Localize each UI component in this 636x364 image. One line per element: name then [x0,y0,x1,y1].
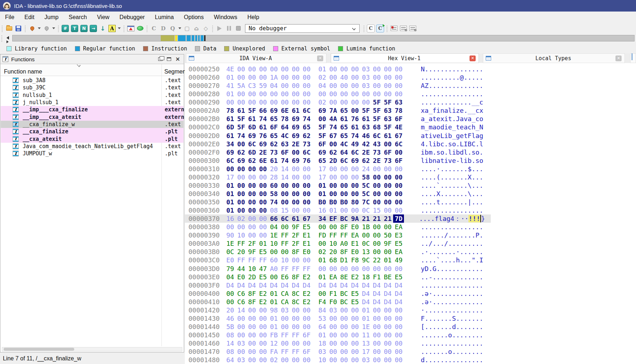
hex-byte[interactable]: 00 [248,181,259,190]
hex-byte[interactable]: D4 [395,289,405,298]
struct-d-button[interactable]: D [159,24,168,33]
hex-byte[interactable]: 00 [303,314,313,323]
hex-byte[interactable]: EF [329,214,340,223]
hex-row[interactable]: 000003800000000004009FE500008FE01B0000EA… [185,223,636,231]
hex-ascii[interactable]: libnative-lib.so [421,157,483,164]
hex-byte[interactable]: B0 [318,198,329,206]
struct-box-button[interactable]: ▢ [183,24,191,33]
hex-byte[interactable]: 6C [395,140,405,148]
hex-byte[interactable]: 00 [395,165,405,173]
hex-row[interactable]: 000002C06D5F6D616F6469655F74656163685F4E… [185,123,636,131]
hex-byte[interactable]: FF [340,231,351,239]
hex-row[interactable]: 000003D079441047A0FFFFFF0000000000000000… [185,265,636,273]
hex-row[interactable]: 000002A078615F66696E616C697A65005F5F6378… [185,106,636,115]
hex-byte[interactable]: E1 [351,239,362,248]
hex-byte[interactable]: CA [281,298,292,306]
menu-item-file[interactable]: File [0,12,19,23]
hex-byte[interactable]: 65 [303,123,313,131]
hex-byte[interactable]: 00 [270,65,281,73]
hex-byte[interactable]: 00 [248,98,259,106]
hex-byte[interactable]: FB [270,331,281,339]
menu-item-view[interactable]: View [92,12,114,23]
hex-byte[interactable]: 00 [292,148,303,156]
hex-byte[interactable]: FF [329,231,340,239]
hex-byte[interactable]: 00 [373,323,384,331]
jump-address-button[interactable]: # [61,24,70,33]
hex-byte[interactable]: E5 [303,223,313,231]
hex-byte[interactable]: 00 [340,331,351,339]
hex-byte[interactable]: 00 [384,314,395,323]
hex-byte[interactable]: 00 [329,98,340,106]
hex-byte[interactable]: 00 [362,265,373,273]
chevron-down-icon[interactable] [178,27,181,29]
hex-byte[interactable]: D4 [362,281,373,289]
hex-byte[interactable]: 69 [351,156,362,165]
hex-byte[interactable]: 5F [373,98,384,106]
hex-byte[interactable]: 63 [281,140,292,148]
hex-byte[interactable]: 01 [226,73,237,81]
hex-byte[interactable]: 00 [281,323,292,331]
hex-byte[interactable]: 00 [303,190,313,198]
hex-byte[interactable]: 00 [292,73,303,81]
hex-row[interactable]: 00000290000000000000000002000000005F5F63… [185,98,636,106]
hex-byte[interactable]: 61 [292,214,303,223]
hex-byte[interactable]: 00 [281,190,292,198]
hex-byte[interactable]: 61 [226,132,237,140]
hex-byte[interactable]: 65 [340,123,351,131]
hex-byte[interactable]: D4 [340,281,351,289]
hex-byte[interactable]: 6F [395,156,405,165]
hex-byte[interactable]: 8C [292,298,303,306]
hex-byte[interactable]: 00 [373,347,384,356]
hex-byte[interactable]: 00 [237,323,248,331]
hex-byte[interactable]: 00 [281,98,292,106]
hex-byte[interactable]: EA [351,231,362,239]
hex-byte[interactable]: 01 [270,289,281,298]
hex-ascii[interactable]: d............... [421,356,483,364]
hex-byte[interactable]: 64 [318,323,329,331]
hex-byte[interactable]: 00 [303,256,313,264]
hex-ascii[interactable]: ....../.......P. [421,231,483,239]
hex-row[interactable]: 00000260010000001A0000000200400003000000… [185,73,636,81]
hex-byte[interactable]: B0 [329,198,340,206]
hex-byte[interactable]: 62 [270,140,281,148]
hex-byte[interactable]: D4 [373,298,384,306]
hex-byte[interactable]: 00 [270,273,281,281]
hex-byte[interactable]: 73 [384,156,395,165]
hex-byte[interactable]: 00 [373,173,384,181]
hex-byte[interactable]: 68 [373,123,384,131]
hex-byte[interactable]: 61 [340,115,351,123]
hex-byte[interactable]: D4 [395,281,405,289]
hex-byte[interactable]: 00 [351,331,362,339]
hex-ascii[interactable]: 4.libc.so.LIBC.l [421,140,483,148]
hex-byte[interactable]: 9C [362,256,373,264]
hex-byte[interactable]: 74 [270,198,281,206]
hex-byte[interactable]: 00 [303,339,313,347]
hex-byte[interactable]: 00 [384,248,395,256]
hex-byte[interactable]: 00 [292,90,303,98]
hex-row[interactable]: 0000041000C68FE201CA8CE2F4F0BCE5D4D4D4D4… [185,298,636,306]
hex-byte[interactable]: 00 [351,181,362,190]
hex-byte[interactable]: 00 [395,331,405,339]
hex-ascii[interactable]: ..-............. [421,273,483,281]
hex-byte[interactable]: D4 [373,281,384,289]
hex-byte[interactable]: D4 [248,281,259,289]
hex-byte[interactable]: 00 [248,223,259,231]
hex-byte[interactable]: 00 [340,181,351,190]
hex-byte[interactable]: E2 [303,298,313,306]
hex-byte[interactable]: 00 [373,265,384,273]
hex-byte[interactable]: 00 [340,323,351,331]
hex-byte[interactable]: 10 [318,356,329,364]
hex-byte[interactable]: 00 [259,331,270,339]
hex-byte[interactable]: 00 [237,206,248,214]
hex-byte[interactable]: 6F [395,115,405,123]
hex-byte[interactable]: 00 [248,306,259,314]
hex-byte[interactable]: E2 [351,273,362,281]
hex-byte[interactable]: F0 [329,298,340,306]
hex-byte[interactable]: 00 [395,306,405,314]
struct-q-button[interactable]: Q [168,24,177,33]
hex-byte[interactable]: FF [292,331,303,339]
hex-ascii[interactable]: yD.G............ [421,265,483,272]
hex-byte[interactable]: 16 [226,214,237,223]
hex-byte[interactable]: 00 [351,65,362,73]
hex-byte[interactable]: E2 [303,289,313,298]
